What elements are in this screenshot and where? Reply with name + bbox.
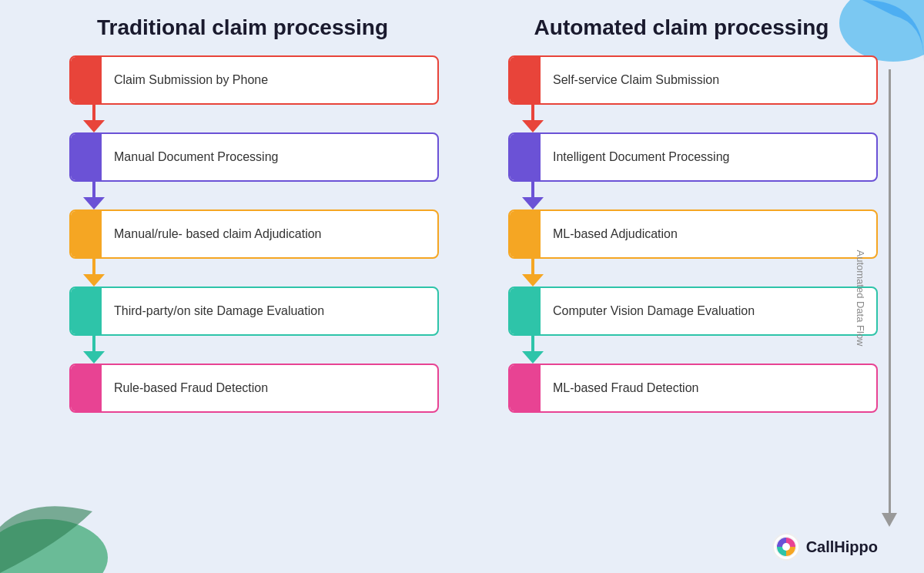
step-label-1: Claim Submission by Phone — [102, 62, 280, 98]
step-wrapper-3: Manual/rule- based claim Adjudication — [69, 209, 439, 286]
step-tab-4 — [510, 288, 541, 334]
step-wrapper-5: ML-based Fraud Detection — [508, 364, 878, 413]
step-label-3: ML-based Adjudication — [541, 216, 690, 252]
step-box-4: Third-party/on site Damage Evaluation — [69, 286, 439, 336]
step-label-2: Intelligent Document Processing — [541, 139, 742, 175]
automated-steps: Self-service Claim SubmissionIntelligent… — [485, 55, 878, 413]
logo-text: CallHippo — [806, 538, 878, 556]
step-label-1: Self-service Claim Submission — [541, 62, 732, 98]
arrow-2 — [522, 182, 544, 209]
step-tab-1 — [71, 57, 102, 103]
step-label-3: Manual/rule- based claim Adjudication — [102, 216, 333, 252]
arrow-3 — [83, 259, 105, 286]
step-box-1: Self-service Claim Submission — [508, 55, 878, 105]
arrow-1 — [83, 105, 105, 132]
traditional-title: Traditional claim processing — [46, 15, 439, 40]
step-box-2: Intelligent Document Processing — [508, 132, 878, 182]
step-tab-2 — [71, 134, 102, 180]
step-tab-3 — [71, 211, 102, 257]
step-label-4: Third-party/on site Damage Evaluation — [102, 293, 336, 329]
step-label-4: Computer Vision Damage Evaluation — [541, 293, 767, 329]
step-wrapper-5: Rule-based Fraud Detection — [69, 364, 439, 413]
logo-area: CallHippo — [772, 533, 878, 561]
step-label-2: Manual Document Processing — [102, 139, 290, 175]
callhippo-icon — [772, 533, 800, 561]
step-tab-2 — [510, 134, 541, 180]
step-wrapper-1: Claim Submission by Phone — [69, 55, 439, 132]
arrow-4 — [83, 336, 105, 364]
auto-flow-label: Automated Data Flow — [855, 250, 866, 346]
step-box-2: Manual Document Processing — [69, 132, 439, 182]
auto-flow-annotation: Automated Data Flow — [878, 69, 901, 527]
step-box-1: Claim Submission by Phone — [69, 55, 439, 105]
arrow-1 — [522, 105, 544, 132]
automated-title: Automated claim processing — [485, 15, 878, 40]
step-box-4: Computer Vision Damage Evaluation — [508, 286, 878, 336]
step-tab-3 — [510, 211, 541, 257]
step-wrapper-1: Self-service Claim Submission — [508, 55, 878, 132]
step-wrapper-2: Manual Document Processing — [69, 132, 439, 209]
step-box-3: ML-based Adjudication — [508, 209, 878, 259]
step-box-3: Manual/rule- based claim Adjudication — [69, 209, 439, 259]
step-box-5: ML-based Fraud Detection — [508, 364, 878, 413]
step-wrapper-4: Computer Vision Damage Evaluation — [508, 286, 878, 364]
main-container: Traditional claim processing Claim Submi… — [0, 0, 924, 573]
step-tab-5 — [71, 365, 102, 411]
step-wrapper-2: Intelligent Document Processing — [508, 132, 878, 209]
arrow-2 — [83, 182, 105, 209]
traditional-steps: Claim Submission by PhoneManual Document… — [46, 55, 439, 413]
step-tab-4 — [71, 288, 102, 334]
step-wrapper-3: ML-based Adjudication — [508, 209, 878, 286]
svg-point-3 — [782, 543, 790, 551]
step-wrapper-4: Third-party/on site Damage Evaluation — [69, 286, 439, 364]
columns-wrapper: Traditional claim processing Claim Submi… — [31, 15, 893, 558]
traditional-column: Traditional claim processing Claim Submi… — [31, 15, 454, 558]
automated-column: Automated claim processing Self-service … — [470, 15, 893, 558]
arrow-3 — [522, 259, 544, 286]
auto-flow-line — [889, 69, 891, 513]
step-box-5: Rule-based Fraud Detection — [69, 364, 439, 413]
step-label-5: Rule-based Fraud Detection — [102, 370, 280, 406]
step-label-5: ML-based Fraud Detection — [541, 370, 711, 406]
auto-flow-arrow — [882, 513, 897, 527]
step-tab-5 — [510, 365, 541, 411]
arrow-4 — [522, 336, 544, 364]
step-tab-1 — [510, 57, 541, 103]
